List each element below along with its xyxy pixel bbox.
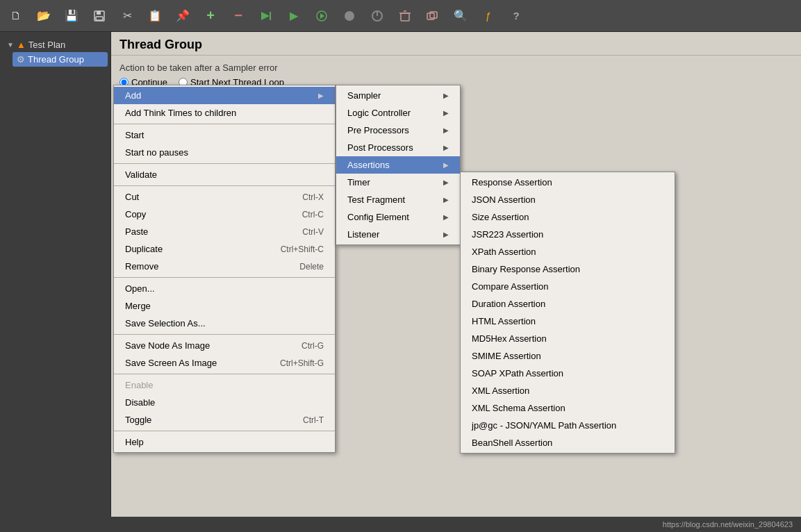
menu-item-label: Copy [125, 209, 146, 219]
copy-button[interactable]: 📋 [142, 3, 168, 29]
menu-item-label: Enable [125, 380, 153, 390]
page-title: Thread Group [119, 38, 793, 52]
menu-item-label: SOAP XPath Assertion [472, 368, 563, 379]
menu-item-label: Paste [125, 226, 148, 237]
thread-group-icon: ⚙ [17, 54, 25, 65]
menu-item-merge[interactable]: Merge [114, 297, 335, 315]
add-button[interactable]: + [197, 3, 224, 29]
menu-item-label: Pre Processors [347, 125, 409, 135]
menu-item-start[interactable]: Start [114, 126, 335, 144]
context-menu-root: Add ▶ Add Think Times to children Start … [111, 64, 801, 532]
content-area: Thread Group Action to be taken after a … [111, 32, 801, 532]
submenu-item-sampler[interactable]: Sampler ▶ [336, 87, 460, 104]
assertions-item-xml-schema[interactable]: XML Schema Assertion [461, 399, 675, 417]
pre-arrow-icon: ▶ [443, 126, 449, 134]
menu-item-label: Toggle [125, 415, 151, 425]
new-button[interactable]: 🗋 [3, 3, 29, 29]
menu-item-save-node-as-image[interactable]: Save Node As Image Ctrl-G [114, 337, 335, 354]
start-button[interactable]: ▶ [281, 3, 307, 29]
start-scheduler-button[interactable] [308, 3, 335, 29]
menu-item-label: Listener [347, 229, 379, 240]
tree-item-thread-group[interactable]: ⚙ Thread Group [13, 52, 108, 67]
assertions-item-binary-response[interactable]: Binary Response Assertion [461, 260, 675, 278]
function-helper-button[interactable]: ƒ [475, 3, 502, 29]
assertions-item-xml[interactable]: XML Assertion [461, 382, 675, 399]
menu-item-save-screen-as-image[interactable]: Save Screen As Image Ctrl+Shift-G [114, 354, 335, 372]
assertions-item-compare[interactable]: Compare Assertion [461, 278, 675, 295]
menu-item-copy[interactable]: Copy Ctrl-C [114, 206, 335, 223]
submenu-item-post-processors[interactable]: Post Processors ▶ [336, 139, 460, 156]
menu-item-help[interactable]: Help [114, 433, 335, 451]
add-submenu: Sampler ▶ Logic Controller ▶ Pre Process… [336, 85, 461, 245]
assertions-item-html[interactable]: HTML Assertion [461, 313, 675, 330]
clear-all-button[interactable] [420, 3, 446, 29]
menu-item-add[interactable]: Add ▶ [114, 87, 335, 104]
menu-item-label: MD5Hex Assertion [472, 333, 547, 344]
assertions-item-duration[interactable]: Duration Assertion [461, 295, 675, 313]
menu-item-label: Remove [125, 261, 158, 272]
svg-point-7 [345, 11, 354, 21]
start-no-pauses-button[interactable] [253, 3, 279, 29]
menu-item-save-selection-as[interactable]: Save Selection As... [114, 315, 335, 332]
menu-item-label: Duration Assertion [472, 299, 545, 309]
submenu-item-timer[interactable]: Timer ▶ [336, 174, 460, 191]
menu-item-add-think-times[interactable]: Add Think Times to children [114, 104, 335, 122]
assertions-item-json[interactable]: JSON Assertion [461, 191, 675, 208]
menu-item-label: Binary Response Assertion [472, 264, 580, 274]
search-button[interactable]: 🔍 [447, 3, 474, 29]
menu-item-open[interactable]: Open... [114, 280, 335, 297]
toolbar: 🗋 📂 💾 ✂ 📋 📌 + − ▶ 🔍 ƒ ? [0, 0, 801, 32]
menu-item-disable[interactable]: Disable [114, 394, 335, 411]
shortcut-label: Ctrl-C [302, 210, 324, 219]
separator [114, 185, 335, 186]
stop-button[interactable] [336, 3, 363, 29]
help-button[interactable]: ? [503, 3, 529, 29]
open-button[interactable]: 📂 [31, 3, 57, 29]
menu-item-label: Help [125, 437, 144, 447]
save-all-button[interactable] [86, 3, 113, 29]
menu-item-label: Post Processors [347, 142, 413, 153]
listener-arrow-icon: ▶ [443, 231, 449, 238]
logic-arrow-icon: ▶ [443, 109, 449, 117]
remove-button[interactable]: − [225, 3, 251, 29]
menu-item-label: Add Think Times to children [125, 108, 236, 118]
assertions-item-md5hex[interactable]: MD5Hex Assertion [461, 330, 675, 347]
submenu-item-config-element[interactable]: Config Element ▶ [336, 208, 460, 226]
tree-item-label: Test Plan [28, 40, 65, 50]
submenu-item-listener[interactable]: Listener ▶ [336, 226, 460, 243]
assertions-item-soap-xpath[interactable]: SOAP XPath Assertion [461, 365, 675, 382]
save-button[interactable]: 💾 [58, 3, 85, 29]
submenu-item-pre-processors[interactable]: Pre Processors ▶ [336, 122, 460, 139]
assertions-item-jsr223[interactable]: JSR223 Assertion [461, 226, 675, 243]
clear-button[interactable] [392, 3, 418, 29]
menu-item-label: Add [125, 90, 141, 101]
assertions-item-smime[interactable]: SMIME Assertion [461, 347, 675, 365]
shortcut-label: Ctrl-V [302, 227, 324, 237]
menu-item-cut[interactable]: Cut Ctrl-X [114, 188, 335, 206]
menu-item-duplicate[interactable]: Duplicate Ctrl+Shift-C [114, 240, 335, 258]
menu-item-validate[interactable]: Validate [114, 166, 335, 183]
menu-item-remove[interactable]: Remove Delete [114, 258, 335, 275]
assertions-item-size[interactable]: Size Assertion [461, 208, 675, 226]
paste-button[interactable]: 📌 [170, 3, 196, 29]
assertions-item-beanshell[interactable]: BeanShell Assertion [461, 434, 675, 451]
submenu-item-logic-controller[interactable]: Logic Controller ▶ [336, 104, 460, 122]
tree-item-test-plan[interactable]: ▼ ▲ Test Plan [3, 38, 108, 52]
assertions-item-response[interactable]: Response Assertion [461, 174, 675, 191]
menu-item-label: Validate [125, 169, 157, 180]
sampler-arrow-icon: ▶ [443, 92, 449, 99]
submenu-item-test-fragment[interactable]: Test Fragment ▶ [336, 191, 460, 208]
assertions-item-xpath[interactable]: XPath Assertion [461, 243, 675, 260]
submenu-item-assertions[interactable]: Assertions ▶ [336, 156, 460, 174]
post-arrow-icon: ▶ [443, 144, 449, 151]
menu-item-paste[interactable]: Paste Ctrl-V [114, 223, 335, 240]
shortcut-label: Ctrl-T [303, 415, 324, 425]
menu-item-label: BeanShell Assertion [472, 438, 552, 448]
assertions-item-jpgc-json-yaml[interactable]: jp@gc - JSON/YAML Path Assertion [461, 417, 675, 434]
separator [114, 431, 335, 431]
shutdown-button[interactable] [364, 3, 390, 29]
menu-item-start-no-pauses[interactable]: Start no pauses [114, 144, 335, 161]
cut-button[interactable]: ✂ [114, 3, 140, 29]
sampler-error-label: Action to be taken after a Sampler error [119, 63, 278, 73]
menu-item-toggle[interactable]: Toggle Ctrl-T [114, 411, 335, 429]
